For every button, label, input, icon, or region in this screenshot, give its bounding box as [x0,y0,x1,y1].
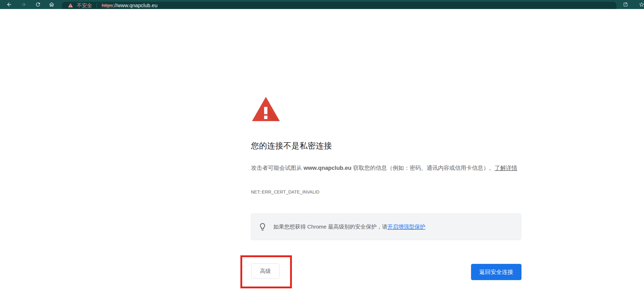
browser-toolbar: 不安全 https://www.qnapclub.eu [0,0,644,9]
enhanced-protection-info-box: 如果您想获得 Chrome 最高级别的安全保护，请开启增强型保护 [251,213,521,240]
url-text[interactable]: https://www.qnapclub.eu [102,3,158,9]
share-icon[interactable] [623,2,629,7]
error-page: 您的连接不是私密连接 攻击者可能会试图从 www.qnapclub.eu 窃取您… [0,9,644,302]
body-after-domain: 窃取您的信息（例如：密码、通讯内容或信用卡信息）。 [351,165,494,171]
omnibox-divider [97,3,97,8]
enhanced-protection-link[interactable]: 开启增强型保护 [387,224,425,230]
info-text: 如果您想获得 Chrome 最高级别的安全保护，请开启增强型保护 [273,223,425,230]
bookmark-star-icon[interactable] [639,2,644,7]
insecure-warning-icon[interactable] [68,3,73,8]
reload-icon[interactable] [35,2,41,7]
url-rest: ://www.qnapclub.eu [113,3,157,8]
forward-icon[interactable] [21,2,27,7]
back-to-safety-button[interactable]: 返回安全连接 [471,264,521,280]
body-before-domain: 攻击者可能会试图从 [251,165,303,171]
security-chip-label[interactable]: 不安全 [77,2,92,9]
certificate-warning-icon [251,96,281,122]
info-text-before-link: 如果您想获得 Chrome 最高级别的安全保护，请 [273,224,387,230]
error-code: NET::ERR_CERT_DATE_INVALID [251,190,319,195]
address-bar[interactable]: 不安全 https://www.qnapclub.eu [62,2,616,9]
page-body: 攻击者可能会试图从 www.qnapclub.eu 窃取您的信息（例如：密码、通… [251,163,524,173]
home-icon[interactable] [49,2,55,7]
learn-more-link[interactable]: 了解详情 [494,165,517,171]
body-domain: www.qnapclub.eu [303,165,351,171]
lightbulb-icon [258,222,267,231]
url-scheme-struck: https [102,3,113,8]
back-icon[interactable] [6,2,12,7]
page-title: 您的连接不是私密连接 [251,140,332,151]
advanced-button[interactable]: 高级 [251,263,280,279]
